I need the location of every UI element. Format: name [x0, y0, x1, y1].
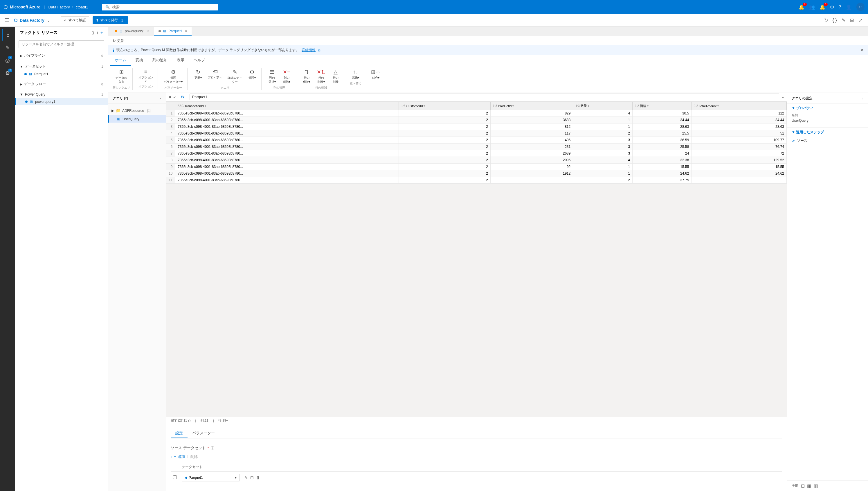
sidebar-edit-icon[interactable]: ✎: [2, 42, 13, 54]
formula-confirm-icon[interactable]: ✓: [173, 95, 177, 99]
expand-btn[interactable]: ⤢: [857, 16, 863, 24]
totalamount-filter-icon[interactable]: ▾: [717, 104, 719, 108]
remove-columns-btn[interactable]: ✕≡ 列の削除▾: [280, 68, 293, 85]
tab-parquet1[interactable]: ⊞ Parquet1 ×: [154, 27, 192, 36]
add-resource-icon[interactable]: +: [100, 30, 103, 35]
formula-cancel-icon[interactable]: ✕: [168, 95, 172, 99]
grid-view-btn[interactable]: ⊞: [849, 16, 855, 24]
grid-col-productid[interactable]: 1²3 ProductId ▾: [490, 102, 573, 110]
sort-rows-btn[interactable]: △ 行の削除: [329, 68, 343, 85]
azure-brand[interactable]: ⬡ Microsoft Azure: [3, 4, 40, 10]
refresh-icon-btn[interactable]: ↻: [823, 16, 829, 24]
resource-filter-input[interactable]: [19, 40, 104, 48]
toolbar-tab-transform[interactable]: 変換: [131, 55, 148, 66]
tab-powerquery1-close[interactable]: ×: [147, 29, 149, 33]
advanced-editor-btn[interactable]: ✎ 詳細エディター: [225, 68, 244, 85]
validate-all-button[interactable]: ✓ すべて検証: [61, 16, 89, 24]
column-view-icon[interactable]: ▥: [814, 483, 818, 489]
bottom-tab-settings[interactable]: 設定: [171, 429, 188, 438]
formula-input[interactable]: [190, 93, 779, 100]
collapse-icon[interactable]: ⟩: [97, 31, 98, 35]
diagram-icon[interactable]: ⊞: [801, 483, 805, 489]
pipeline-section-header[interactable]: ▶ パイプライン 0: [15, 51, 108, 60]
search-input[interactable]: [112, 5, 215, 9]
delete-dataset-icon[interactable]: 🗑: [256, 475, 260, 480]
query-item-userquery[interactable]: ⊞ UserQuery: [108, 115, 166, 123]
grid-col-qty[interactable]: 1²3 数量 ▾: [573, 102, 632, 110]
grid-col-customerid[interactable]: 1²3 CustomerId ▾: [399, 102, 491, 110]
sidebar-monitor-icon[interactable]: ◎2: [2, 55, 13, 66]
dataflow-section-header[interactable]: ▶ データ フロー 0: [15, 80, 108, 88]
transform-btn[interactable]: ↑↓ 変換▾: [349, 68, 363, 81]
search-icon: 🔍: [105, 5, 110, 9]
notification-icon-2[interactable]: 🔔6: [819, 4, 825, 10]
properties-btn[interactable]: 🏷 プロパティ: [206, 68, 225, 85]
query-group-adfresource-header[interactable]: ▶ 📁 ADFResource [1]: [108, 107, 166, 114]
toolbar-tab-home[interactable]: ホーム: [110, 55, 131, 66]
edit-dataset-icon[interactable]: ✎: [244, 475, 248, 480]
source-info-icon[interactable]: ⓘ: [211, 446, 214, 451]
sidebar-manage-icon[interactable]: ⚙2: [2, 67, 13, 79]
dataset-parquet1-item[interactable]: ⊞ Parquet1: [15, 70, 108, 78]
help-icon[interactable]: ?: [839, 4, 841, 9]
notification-icon-1[interactable]: 🔔8: [799, 4, 804, 10]
nav-breadcrumb-datafactory[interactable]: Data Factory: [48, 5, 70, 9]
combine-btn[interactable]: ⊞↔ 結合▾: [369, 68, 383, 81]
table-view-icon[interactable]: ▦: [807, 483, 811, 489]
code-view-btn[interactable]: { }: [831, 17, 838, 24]
grid-col-totalamount[interactable]: 1.2 TotalAmount ▾: [691, 102, 787, 110]
dataset-dropdown[interactable]: ◆ Parquet1 ▾: [182, 474, 240, 482]
grid-col-transactionid[interactable]: ABC TransactionId ▾: [175, 102, 399, 110]
sidebar-home-icon[interactable]: ⌂: [2, 29, 13, 41]
steps-view-icon[interactable]: 手順: [792, 483, 799, 489]
powerquery-section-header[interactable]: ▼ Power Query 1: [15, 91, 108, 98]
data-grid-wrapper[interactable]: ABC TransactionId ▾ 1²3 CustomerId: [166, 102, 787, 417]
right-properties-title[interactable]: ▼ プロパティ: [792, 106, 863, 111]
search-box[interactable]: 🔍: [102, 4, 218, 10]
dataset-checkbox[interactable]: [173, 475, 177, 479]
right-panel-expand-icon[interactable]: ›: [862, 96, 863, 100]
grid-col-price[interactable]: 1.2 価格 ▾: [632, 102, 691, 110]
user-avatar[interactable]: U: [857, 3, 865, 11]
nav-breadcrumb-instance[interactable]: ctoadf1: [76, 5, 88, 9]
publish-all-button[interactable]: ⬆ すべて発行 1: [93, 16, 128, 24]
tab-parquet1-close[interactable]: ×: [185, 29, 187, 33]
select-columns-btn[interactable]: ☰ 列の選択▾: [265, 68, 279, 85]
transactionid-filter-icon[interactable]: ▾: [205, 104, 206, 108]
manage-params-btn[interactable]: ⚙ 管理パラメーター▾: [161, 68, 185, 85]
price-filter-icon[interactable]: ▾: [647, 104, 649, 108]
formula-expand-icon[interactable]: ⌄: [781, 95, 784, 99]
qty-filter-icon[interactable]: ▾: [588, 104, 589, 108]
info-detail-link[interactable]: 詳細情報: [302, 48, 315, 53]
manage-btn[interactable]: ⚙ 管理▾: [245, 68, 259, 85]
app-title-chevron[interactable]: ⌄: [47, 18, 50, 23]
remove-dataset-btn[interactable]: 削除: [190, 454, 198, 459]
toolbar-tab-addcol[interactable]: 列の追加: [148, 55, 172, 66]
productid-filter-icon[interactable]: ▾: [513, 104, 514, 108]
user-management-icon[interactable]: 👥: [809, 4, 815, 10]
sidebar-toggle-icon[interactable]: ☰: [5, 17, 9, 24]
options-btn[interactable]: ≡ オプション▾: [136, 68, 155, 84]
tab-powerquery1[interactable]: ⊞ powerquery1 ×: [110, 27, 154, 36]
query-panel-collapse[interactable]: ‹: [160, 96, 161, 100]
add-dataset-btn[interactable]: + + 追加: [171, 454, 185, 459]
keep-rows-btn[interactable]: ⇅ 行の保持▾: [300, 68, 313, 85]
data-input-btn[interactable]: ⊞ データの入力: [113, 68, 129, 85]
toolbar-tab-help[interactable]: ヘルプ: [189, 55, 210, 66]
collapse-all-icon[interactable]: ⟨⟨: [91, 31, 94, 35]
customerid-filter-icon[interactable]: ▾: [424, 104, 425, 108]
settings-icon[interactable]: ⚙: [830, 4, 834, 10]
step-source[interactable]: ⟳ ソース: [792, 137, 863, 144]
toolbar-tab-view[interactable]: 表示: [172, 55, 189, 66]
right-steps-title[interactable]: ▼ 適用したステップ: [792, 130, 863, 135]
update-btn[interactable]: ↻ 更新▾: [191, 68, 205, 85]
refresh-button[interactable]: ↻ 更新: [113, 38, 125, 43]
user-profile-icon[interactable]: 👤: [846, 4, 852, 10]
edit-btn[interactable]: ✎: [840, 16, 846, 24]
bottom-tab-params[interactable]: パラメーター: [188, 429, 219, 438]
remove-rows-btn[interactable]: ✕⇅ 行の削除▾: [314, 68, 328, 85]
info-close-btn[interactable]: ✕: [861, 48, 863, 52]
powerquery1-item[interactable]: ⊞ powerquery1: [15, 98, 108, 105]
dataset-section-header[interactable]: ▼ データセット 1: [15, 62, 108, 70]
new-dataset-icon[interactable]: ⊞: [250, 475, 254, 480]
